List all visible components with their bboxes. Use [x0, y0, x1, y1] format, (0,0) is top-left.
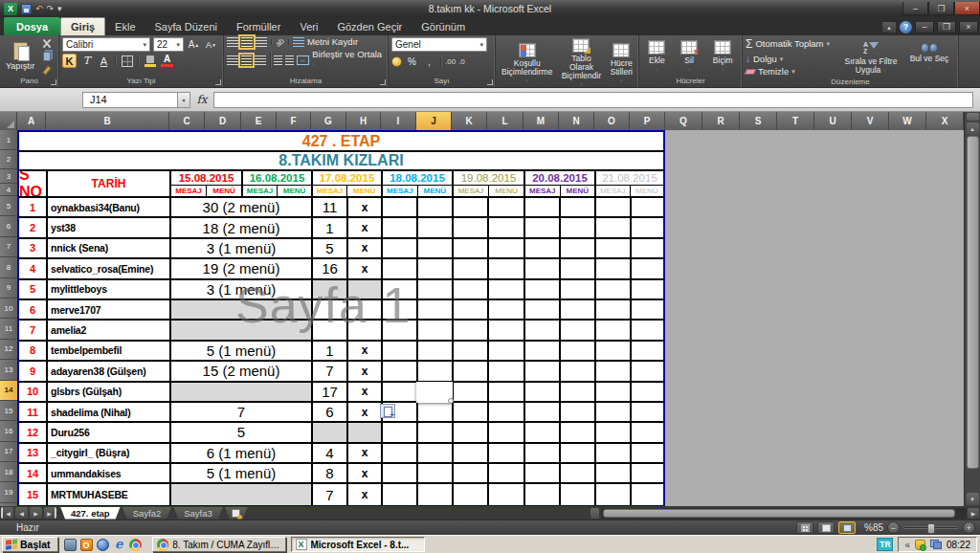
cell-empty[interactable]	[383, 342, 418, 360]
cell-empty[interactable]	[596, 383, 632, 401]
cell-empty[interactable]	[596, 464, 632, 482]
network-icon[interactable]	[930, 540, 942, 549]
cell-empty[interactable]	[632, 198, 663, 216]
row-header-1[interactable]: 1	[0, 130, 17, 150]
cell-empty[interactable]	[561, 484, 596, 504]
cell-s-no[interactable]: 7	[19, 321, 48, 339]
fill-color-button[interactable]	[143, 54, 157, 68]
next-sheet-icon[interactable]: ▶	[30, 507, 42, 519]
row-header-16[interactable]: 16	[0, 421, 17, 441]
media-player-icon[interactable]	[97, 539, 109, 551]
cell-empty[interactable]	[632, 464, 663, 482]
zoom-slider-thumb[interactable]	[927, 523, 935, 534]
cell-empty[interactable]	[489, 280, 525, 299]
cell-empty[interactable]	[454, 342, 489, 360]
cell-empty[interactable]	[525, 464, 561, 482]
cell-empty[interactable]	[489, 362, 525, 380]
cell-empty[interactable]	[632, 423, 663, 441]
cell-empty[interactable]	[525, 484, 561, 504]
cell-empty[interactable]	[632, 403, 663, 421]
row-header-11[interactable]: 11	[0, 319, 17, 339]
cell-empty[interactable]	[632, 239, 663, 257]
cell-empty[interactable]	[418, 342, 454, 360]
excel-logo-icon[interactable]: X	[4, 3, 17, 15]
cell-empty[interactable]	[418, 444, 454, 462]
workbook-close-button[interactable]: ×	[959, 22, 978, 33]
cell-empty[interactable]	[489, 198, 525, 216]
select-all-corner[interactable]	[0, 112, 17, 130]
cell-empty[interactable]	[418, 423, 454, 441]
column-header-O[interactable]: O	[594, 112, 630, 130]
cell-empty[interactable]	[489, 423, 525, 441]
cell-s-no[interactable]: 4	[19, 259, 48, 277]
cell-empty[interactable]	[383, 423, 418, 441]
cell-empty[interactable]	[454, 239, 489, 257]
header-date[interactable]: 17.08.2015	[313, 171, 381, 186]
merge-center-button[interactable]: Birleştir ve Ortala ▾	[312, 50, 385, 70]
header-date[interactable]: 19.08.2015	[454, 171, 523, 186]
start-button[interactable]: Başlat	[2, 537, 58, 552]
cell-empty[interactable]	[489, 259, 525, 277]
minimize-button[interactable]: –	[902, 2, 928, 15]
taskbar-button-excel[interactable]: XMicrosoft Excel - 8.t...	[291, 537, 425, 552]
cell-menu[interactable]: x	[348, 403, 383, 421]
cell-merged-value[interactable]: 18 (2 menü)	[171, 218, 313, 236]
header-menü[interactable]: MENÜ	[347, 186, 381, 196]
cell-empty[interactable]	[418, 218, 454, 236]
row-header-7[interactable]: 7	[0, 237, 17, 257]
cell-empty[interactable]	[418, 280, 454, 299]
row-header-12[interactable]: 12	[0, 340, 17, 360]
cell-mesaj[interactable]: 6	[313, 403, 348, 421]
cell-empty[interactable]	[383, 198, 418, 216]
tab-dosya[interactable]: Dosya	[4, 17, 60, 35]
sheet-tab-Sayfa3[interactable]: Sayfa3	[173, 507, 223, 520]
cell-empty[interactable]	[561, 300, 596, 319]
cell-empty[interactable]	[596, 321, 632, 339]
cell-empty[interactable]	[632, 383, 663, 401]
name-box[interactable]: J14	[82, 92, 178, 108]
sheet-title-etap[interactable]: 427 . ETAP	[19, 132, 663, 150]
dialog-launcher-icon[interactable]	[380, 79, 386, 85]
last-sheet-icon[interactable]: ▶	[44, 507, 56, 519]
cell-empty[interactable]	[418, 321, 454, 339]
cell-empty[interactable]	[454, 383, 489, 401]
cell-empty[interactable]	[418, 464, 454, 482]
column-header-L[interactable]: L	[487, 112, 523, 130]
name-box-dropdown-icon[interactable]: ▾	[178, 92, 190, 108]
cell-empty[interactable]	[454, 218, 489, 236]
align-right-button[interactable]	[255, 55, 266, 65]
taskbar-button-chrome[interactable]: 8. Takım / CUMA Zayıfla...	[152, 537, 286, 552]
cell-empty[interactable]	[418, 259, 454, 277]
cell-empty[interactable]	[561, 362, 596, 380]
header-mesaj[interactable]: MESAJ	[596, 186, 631, 196]
cell-empty[interactable]	[383, 218, 418, 236]
row-header-8[interactable]: 8	[0, 257, 17, 277]
cell-name[interactable]: MRTMUHASEBE	[48, 484, 171, 504]
cell-empty[interactable]	[596, 300, 632, 319]
conditional-formatting-button[interactable]: Koşullu Biçimlendirme ▾	[499, 42, 555, 86]
cell-empty[interactable]	[596, 423, 632, 441]
paste-options-smart-tag-icon[interactable]	[380, 404, 395, 418]
cell-empty[interactable]	[489, 342, 525, 360]
cell-s-no[interactable]: 13	[19, 444, 48, 462]
tab-split-handle[interactable]	[590, 508, 599, 519]
cell-empty[interactable]	[632, 259, 663, 277]
cell-empty[interactable]	[489, 218, 525, 236]
cell-empty[interactable]	[525, 423, 561, 441]
undo-button[interactable]: ↶	[35, 3, 43, 14]
font-color-button[interactable]: A	[160, 54, 174, 68]
row-header-18[interactable]: 18	[0, 462, 17, 482]
cell-empty[interactable]	[561, 464, 596, 482]
dialog-launcher-icon[interactable]	[215, 79, 221, 85]
column-header-P[interactable]: P	[630, 112, 665, 130]
cell-styles-button[interactable]: Hücre Stilleri ▾	[608, 42, 635, 86]
row-header-13[interactable]: 13	[0, 360, 17, 380]
cell-empty[interactable]	[596, 444, 632, 462]
cell-empty[interactable]	[418, 198, 454, 216]
increase-decimal-button[interactable]: .00	[445, 57, 456, 66]
fill-button[interactable]: ↓Dolgu▾	[746, 54, 837, 64]
align-top-button[interactable]	[227, 37, 238, 47]
cell-empty[interactable]	[561, 321, 596, 339]
column-header-A[interactable]: A	[17, 112, 46, 130]
cell-empty[interactable]	[454, 464, 489, 482]
